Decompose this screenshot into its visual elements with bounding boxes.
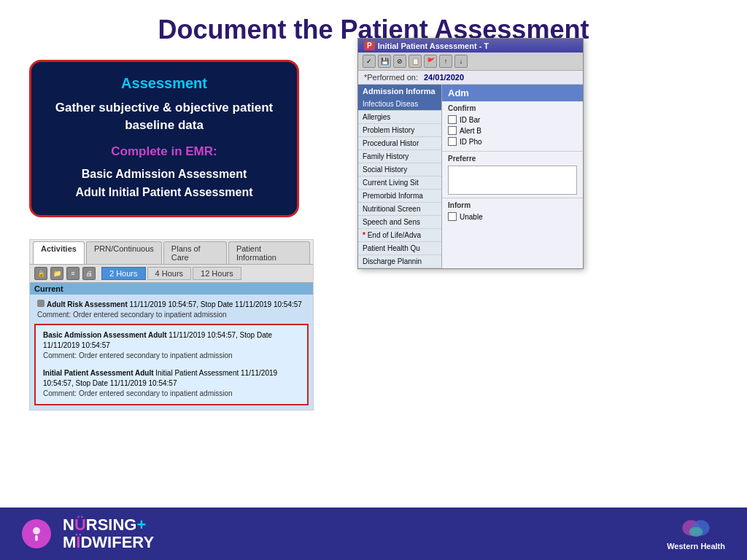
emr-items-highlighted: Basic Admission Assessment Adult 11/11/2… (34, 324, 309, 405)
nursing-logo: NÜRSING+ MÏDWIFERY (22, 516, 154, 551)
assessment-item1: Basic Admission Assessment (49, 165, 279, 184)
assessment-subtitle: Gather subjective & objective patient ba… (49, 99, 279, 134)
save-icon[interactable]: 💾 (378, 55, 391, 68)
id-pho-checkbox[interactable] (448, 137, 457, 146)
checkmark-icon[interactable]: ✓ (363, 55, 376, 68)
sidebar-item-7[interactable]: Premorbid Informa (358, 190, 441, 203)
sidebar-item-8[interactable]: Nutritional Screen (358, 203, 441, 216)
performed-row: *Performed on: 24/01/2020 (358, 71, 583, 85)
unable-checkbox-row: Unable (448, 212, 577, 221)
nursing-line1: NÜRSING+ (63, 516, 154, 534)
2-hours-button[interactable]: 2 Hours (101, 267, 146, 280)
unable-label: Unable (460, 213, 483, 221)
emr-win-toolbar: ✓ 💾 ⊘ 📋 🚩 ↑ ↓ (358, 52, 583, 71)
tab-activities[interactable]: Activities (33, 241, 85, 264)
nursing-logo-icon (22, 519, 51, 548)
sidebar-item-3[interactable]: Procedural Histor (358, 137, 441, 150)
emr-toolbar: 🔒 📁 ≡ 🖨 2 Hours 4 Hours 12 Hours (30, 265, 313, 283)
emr-win-body: Admission Informa Infectious Diseas Alle… (358, 85, 583, 268)
copy-icon[interactable]: 📋 (409, 55, 422, 68)
nursing-logo-text: NÜRSING+ MÏDWIFERY (63, 516, 154, 551)
inform-label: Inform (448, 201, 577, 209)
sidebar-item-11[interactable]: Patient Health Qu (358, 242, 441, 255)
performed-value: 24/01/2020 (424, 73, 464, 82)
sidebar-item-4[interactable]: Family History (358, 150, 441, 163)
emr-tabs: Activities PRN/Continuous Plans of Care … (30, 240, 313, 265)
confirm-section: Confirm ID Bar Alert B ID Pho (442, 101, 583, 151)
emr-items-list: Adult Risk Assessment 11/11/2019 10:54:5… (30, 295, 313, 410)
emr-window-area: P Initial Patient Assessment - T ✓ 💾 ⊘ 📋… (357, 38, 584, 411)
sidebar-item-2[interactable]: Problem History (358, 124, 441, 137)
sidebar-header: Admission Informa (358, 85, 441, 98)
print-toolbar-icon[interactable]: 🖨 (82, 267, 96, 280)
western-health-svg (681, 517, 711, 539)
id-bar-checkbox[interactable] (448, 115, 457, 124)
item1-title: Adult Risk Assessment (47, 300, 128, 308)
sidebar-item-6[interactable]: Current Living Sit (358, 176, 441, 190)
assessment-title: Assessment (49, 75, 279, 92)
flag-icon[interactable]: 🚩 (424, 55, 437, 68)
down-icon[interactable]: ↓ (454, 55, 468, 68)
id-pho-label: ID Pho (460, 138, 482, 146)
emr-win-sidebar: Admission Informa Infectious Diseas Alle… (358, 85, 442, 268)
emr-window-titlebar: P Initial Patient Assessment - T (358, 39, 583, 52)
tab-prn[interactable]: PRN/Continuous (86, 241, 162, 264)
sidebar-item-0[interactable]: Infectious Diseas (358, 98, 441, 111)
checkbox-row-1: ID Bar (448, 115, 577, 124)
item1-date: 11/11/2019 10:54:57, Stop Date 11/11/201… (130, 300, 302, 308)
emr-window: P Initial Patient Assessment - T ✓ 💾 ⊘ 📋… (357, 38, 584, 269)
4-hours-button[interactable]: 4 Hours (147, 267, 192, 280)
12-hours-button[interactable]: 12 Hours (193, 267, 241, 280)
svg-point-4 (689, 527, 703, 537)
item3-title: Initial Patient Assessment Adult (43, 369, 154, 377)
checkbox-row-3: ID Pho (448, 137, 577, 146)
lock-toolbar-icon[interactable]: 🔒 (34, 267, 47, 280)
preferred-section: Preferre (442, 151, 583, 198)
confirm-section-title: Confirm (448, 104, 577, 112)
item1-comment: Comment: Order entered secondary to inpa… (37, 310, 306, 320)
emr-window-app-icon: P (364, 41, 375, 50)
western-health-logo-area: Western Health (667, 517, 725, 551)
main-header: Adm (442, 85, 583, 101)
performed-label: *Performed on: (364, 73, 418, 82)
checkbox-row-2: Alert B (448, 126, 577, 135)
sidebar-item-1[interactable]: Allergies (358, 111, 441, 124)
sidebar-item-9[interactable]: Speech and Sens (358, 216, 441, 229)
item2-comment: Comment: Order entered secondary to inpa… (43, 351, 300, 361)
emr-item-3: Initial Patient Assessment Adult Initial… (40, 366, 303, 401)
id-bar-label: ID Bar (460, 116, 480, 124)
nursing-line2: MÏDWIFERY (63, 534, 154, 551)
sidebar-item-10[interactable]: End of Life/Adva (358, 229, 441, 242)
hour-buttons: 2 Hours 4 Hours 12 Hours (101, 267, 241, 280)
sidebar-item-12[interactable]: Discharge Plannin (358, 255, 441, 268)
preferred-label: Preferre (448, 155, 577, 163)
complete-label: Complete in EMR: (49, 144, 279, 159)
alert-b-checkbox[interactable] (448, 126, 457, 135)
svg-point-0 (33, 527, 40, 534)
up-icon[interactable]: ↑ (439, 55, 452, 68)
sidebar-item-5[interactable]: Social History (358, 163, 441, 176)
nursing-svg-icon (28, 525, 45, 542)
assessment-box: Assessment Gather subjective & objective… (29, 60, 299, 217)
item3-comment: Comment: Order entered secondary to inpa… (43, 389, 300, 399)
footer: NÜRSING+ MÏDWIFERY Western Health (0, 508, 747, 560)
item2-title: Basic Admission Assessment Adult (43, 331, 167, 339)
tab-plans[interactable]: Plans of Care (163, 241, 227, 264)
emr-activities-screenshot: Activities PRN/Continuous Plans of Care … (29, 239, 314, 411)
inform-section: Inform Unable (442, 198, 583, 226)
emr-item-1: Adult Risk Assessment 11/11/2019 10:54:5… (34, 298, 309, 322)
cancel-icon[interactable]: ⊘ (393, 55, 406, 68)
emr-item-2: Basic Admission Assessment Adult 11/11/2… (40, 328, 303, 363)
emr-window-title-text: Initial Patient Assessment - T (378, 42, 489, 50)
list-toolbar-icon[interactable]: ≡ (66, 267, 80, 280)
alert-b-label: Alert B (460, 127, 481, 135)
tab-patient-info[interactable]: Patient Information (228, 241, 310, 264)
folder-toolbar-icon[interactable]: 📁 (50, 267, 63, 280)
assessment-item2: Adult Initial Patient Assessment (49, 183, 279, 202)
emr-win-main: Adm Confirm ID Bar Alert B (442, 85, 583, 268)
svg-rect-1 (35, 535, 38, 541)
unable-checkbox[interactable] (448, 212, 457, 221)
lock-icon-1 (37, 300, 44, 307)
preferred-text-area[interactable] (448, 166, 577, 195)
current-section-label: Current (30, 283, 313, 295)
